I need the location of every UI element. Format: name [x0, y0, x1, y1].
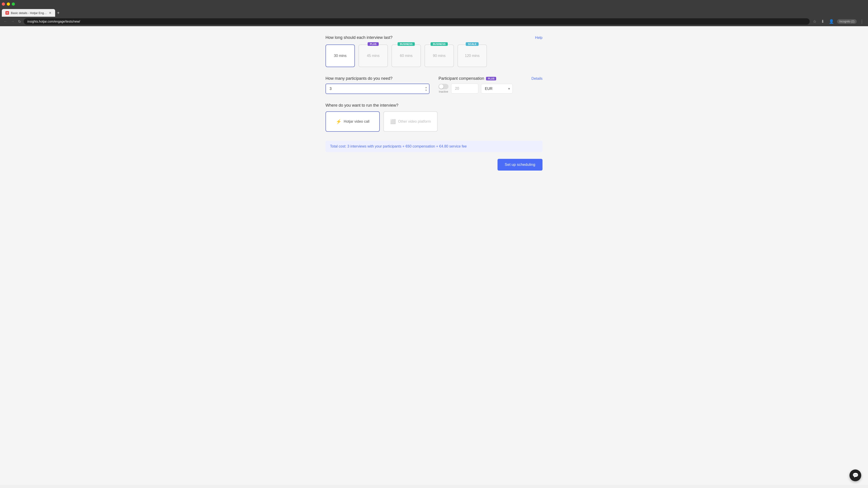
compensation-amount-input[interactable]	[451, 84, 478, 94]
page-footer: Hotjar Engage (formerly PingPong)	[0, 485, 868, 488]
currency-select[interactable]: EUR USD GBP	[481, 84, 513, 94]
browser-actions: ☆ ⬇ 👤 Incognito (2) ⋮	[811, 18, 865, 25]
chat-icon: 💬	[852, 473, 859, 478]
duration-header: How long should each interview last? Hel…	[326, 35, 542, 40]
participants-compensation-row: How many participants do you need? ▲ ▼ P…	[326, 76, 542, 94]
reload-button[interactable]: ↻	[17, 19, 22, 25]
chat-button[interactable]: 💬	[849, 469, 861, 481]
duration-card-45[interactable]: PLUS 45 mins	[359, 44, 388, 67]
compensation-plus-badge: PLUS	[486, 77, 496, 80]
platform-options: ⚡ Hotjar video call ⬜ Other video platfo…	[326, 111, 542, 132]
toggle-status: Inactive	[439, 90, 448, 93]
compensation-inputs: Inactive EUR USD GBP ▾	[438, 84, 542, 94]
platform-card-other[interactable]: ⬜ Other video platform	[383, 111, 438, 132]
compensation-toggle[interactable]	[438, 84, 448, 89]
business-badge-60: BUSINESS	[398, 42, 415, 46]
other-video-icon: ⬜	[390, 119, 396, 124]
main-container: How long should each interview last? Hel…	[326, 35, 542, 170]
page-content: How long should each interview last? Hel…	[0, 26, 868, 485]
participants-label-row: How many participants do you need?	[326, 76, 430, 81]
actions-row: Set up scheduling	[326, 159, 542, 170]
currency-wrapper: EUR USD GBP ▾	[481, 84, 513, 94]
forward-button[interactable]: →	[10, 19, 16, 24]
duration-label-120: 120 mins	[465, 54, 480, 58]
maximize-window-button[interactable]	[12, 2, 15, 6]
back-button[interactable]: ←	[3, 19, 8, 24]
url-bar[interactable]	[24, 18, 810, 25]
profile-button[interactable]: 👤	[828, 18, 835, 25]
duration-card-90[interactable]: BUSINESS 90 mins	[425, 44, 454, 67]
platform-section: Where do you want to run the interview? …	[326, 103, 542, 132]
stepper-down-icon[interactable]: ▼	[425, 89, 427, 92]
participants-section: How many participants do you need? ▲ ▼	[326, 76, 430, 94]
menu-button[interactable]: ⋮	[859, 18, 865, 25]
new-tab-button[interactable]: +	[55, 9, 61, 17]
tab-close-button[interactable]: ✕	[49, 11, 52, 14]
browser-chrome: H Basic details - Hotjar Engage ✕ + ← → …	[0, 0, 868, 26]
participants-input-wrapper: ▲ ▼	[326, 84, 430, 94]
address-bar: ← → ↻ ☆ ⬇ 👤 Incognito (2) ⋮	[0, 17, 868, 26]
total-cost-text: Total cost: 3 interviews with your parti…	[330, 144, 467, 148]
toggle-wrapper: Inactive	[438, 84, 448, 93]
duration-section: How long should each interview last? Hel…	[326, 35, 542, 67]
plus-badge-45: PLUS	[368, 42, 379, 46]
tab-favicon: H	[5, 11, 9, 15]
platform-title: Where do you want to run the interview?	[326, 103, 398, 108]
details-link[interactable]: Details	[531, 76, 542, 80]
platform-card-hotjar[interactable]: ⚡ Hotjar video call	[326, 111, 380, 132]
close-window-button[interactable]	[2, 2, 5, 6]
tab-title: Basic details - Hotjar Engage	[11, 11, 47, 15]
duration-label-60: 60 mins	[400, 54, 412, 58]
hotjar-video-icon: ⚡	[336, 119, 342, 124]
duration-card-60[interactable]: BUSINESS 60 mins	[392, 44, 421, 67]
help-link[interactable]: Help	[535, 36, 542, 40]
compensation-section: Participant compensation PLUS Details In…	[438, 76, 542, 94]
toggle-knob	[439, 84, 443, 89]
participants-input[interactable]	[326, 84, 430, 94]
duration-label-45: 45 mins	[367, 54, 379, 58]
minimize-window-button[interactable]	[7, 2, 10, 6]
duration-card-30[interactable]: 30 mins	[326, 44, 355, 67]
duration-card-120[interactable]: SCALE 120 mins	[458, 44, 487, 67]
tab-bar: H Basic details - Hotjar Engage ✕ +	[0, 8, 868, 17]
setup-scheduling-button[interactable]: Set up scheduling	[498, 159, 542, 170]
other-video-label: Other video platform	[398, 120, 431, 124]
duration-label-30: 30 mins	[334, 54, 346, 58]
active-tab[interactable]: H Basic details - Hotjar Engage ✕	[2, 9, 55, 17]
download-button[interactable]: ⬇	[819, 18, 826, 25]
stepper-up-icon[interactable]: ▲	[425, 86, 427, 89]
bookmark-button[interactable]: ☆	[811, 18, 818, 25]
participants-title: How many participants do you need?	[326, 76, 393, 81]
compensation-title-group: Participant compensation PLUS	[438, 76, 496, 81]
window-controls[interactable]	[2, 2, 15, 6]
duration-options: 30 mins PLUS 45 mins BUSINESS 60 mins BU…	[326, 44, 542, 67]
duration-label-90: 90 mins	[433, 54, 445, 58]
platform-label-row: Where do you want to run the interview?	[326, 103, 542, 108]
compensation-title: Participant compensation	[438, 76, 484, 81]
scale-badge-120: SCALE	[466, 42, 478, 46]
total-cost-banner: Total cost: 3 interviews with your parti…	[326, 141, 542, 152]
duration-title: How long should each interview last?	[326, 35, 393, 40]
incognito-badge: Incognito (2)	[837, 19, 857, 24]
titlebar	[0, 0, 868, 8]
business-badge-90: BUSINESS	[431, 42, 448, 46]
hotjar-video-label: Hotjar video call	[344, 120, 370, 124]
compensation-label-row: Participant compensation PLUS Details	[438, 76, 542, 81]
stepper-arrows[interactable]: ▲ ▼	[425, 86, 427, 92]
